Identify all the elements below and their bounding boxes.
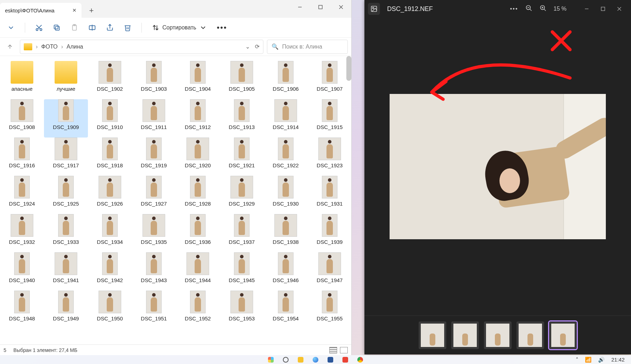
file-item[interactable]: DSC_1906 [264, 61, 308, 99]
file-item[interactable]: DSC_1903 [132, 61, 176, 99]
file-item[interactable]: DSC_1945 [220, 252, 264, 291]
file-item[interactable]: DSC_1908 [0, 99, 44, 138]
file-item[interactable]: DSC_1910 [88, 99, 132, 138]
cut-button[interactable] [35, 24, 43, 32]
maximize-button[interactable] [310, 0, 331, 14]
view-grid-button[interactable] [340, 347, 348, 353]
file-item[interactable]: DSC_1953 [220, 291, 264, 329]
file-item[interactable]: DSC_1924 [0, 176, 44, 214]
chevron-down-icon[interactable]: ⌄ [245, 43, 250, 50]
more-button[interactable]: ••• [217, 23, 227, 32]
file-item[interactable]: DSC_1902 [88, 61, 132, 99]
file-item[interactable]: DSC_1935 [132, 214, 176, 252]
file-item[interactable]: DSC_1936 [176, 214, 220, 252]
file-item[interactable]: DSC_1927 [132, 176, 176, 214]
view-list-button[interactable] [329, 347, 337, 353]
minimize-button[interactable] [290, 0, 310, 14]
share-button[interactable] [106, 24, 114, 32]
file-item[interactable]: DSC_1950 [88, 291, 132, 329]
paste-button[interactable] [71, 24, 78, 32]
file-item[interactable]: DSC_1934 [88, 214, 132, 252]
file-item[interactable]: DSC_1943 [132, 252, 176, 291]
refresh-icon[interactable]: ⟳ [255, 43, 259, 50]
file-item[interactable]: DSC_1932 [0, 214, 44, 252]
photos-close-button[interactable] [611, 3, 627, 15]
file-item[interactable]: DSC_1931 [308, 176, 351, 214]
filmstrip-thumb[interactable] [419, 321, 446, 349]
mail-taskbar-icon[interactable] [342, 357, 348, 363]
breadcrumb-segment[interactable]: Алина [67, 44, 83, 50]
file-item[interactable]: DSC_1914 [264, 99, 308, 138]
file-item[interactable]: DSC_1929 [220, 176, 264, 214]
close-button[interactable] [331, 0, 351, 14]
file-item[interactable]: DSC_1951 [132, 291, 176, 329]
tab-close-icon[interactable]: ✕ [72, 7, 77, 13]
file-item[interactable]: DSC_1912 [176, 99, 220, 138]
file-item[interactable]: DSC_1947 [308, 252, 351, 291]
file-item[interactable]: DSC_1952 [176, 291, 220, 329]
address-bar[interactable]: › ФОТО › Алина ⌄ ⟳ [20, 40, 263, 54]
file-item[interactable]: DSC_1915 [308, 99, 351, 138]
file-item[interactable]: DSC_1913 [220, 99, 264, 138]
more-icon[interactable]: ••• [510, 6, 518, 12]
file-item[interactable]: DSC_1905 [220, 61, 264, 99]
file-item[interactable]: DSC_1949 [44, 291, 88, 329]
photos-maximize-button[interactable] [595, 3, 611, 15]
zoom-out-icon[interactable] [525, 5, 532, 13]
file-item[interactable]: DSC_1919 [132, 138, 176, 176]
filmstrip-thumb[interactable] [549, 321, 577, 349]
photos-minimize-button[interactable] [579, 3, 595, 15]
new-dropdown[interactable] [7, 24, 15, 32]
tray-volume-icon[interactable]: 🔊 [598, 357, 605, 363]
file-item[interactable]: DSC_1933 [44, 214, 88, 252]
file-item[interactable]: DSC_1937 [220, 214, 264, 252]
rename-button[interactable] [88, 24, 96, 32]
new-tab-button[interactable]: + [84, 4, 99, 18]
filmstrip-thumb[interactable] [516, 321, 544, 349]
folder-item[interactable]: лучшие [44, 61, 88, 99]
file-item[interactable]: DSC_1909 [44, 99, 88, 138]
file-item[interactable]: DSC_1944 [176, 252, 220, 291]
breadcrumb-segment[interactable]: ФОТО [41, 44, 57, 50]
file-item[interactable]: DSC_1911 [132, 99, 176, 138]
sort-button[interactable]: Сортировать [152, 24, 207, 32]
file-item[interactable]: DSC_1942 [88, 252, 132, 291]
file-grid[interactable]: апасныелучшиеDSC_1902DSC_1903DSC_1904DSC… [0, 56, 351, 329]
file-item[interactable]: DSC_1916 [0, 138, 44, 176]
search-taskbar-icon[interactable] [283, 357, 289, 363]
scrollbar-thumb[interactable] [346, 56, 351, 81]
zoom-in-icon[interactable] [540, 5, 547, 13]
tray-wifi-icon[interactable]: 📶 [585, 357, 592, 363]
file-item[interactable]: DSC_1939 [308, 214, 351, 252]
file-item[interactable]: DSC_1918 [88, 138, 132, 176]
word-taskbar-icon[interactable] [328, 357, 333, 363]
file-item[interactable]: DSC_1926 [88, 176, 132, 214]
file-item[interactable]: DSC_1954 [264, 291, 308, 329]
taskbar-tray[interactable]: ˄ 📶 🔊 21:42 [576, 357, 625, 363]
file-item[interactable]: DSC_1955 [308, 291, 351, 329]
file-item[interactable]: DSC_1925 [44, 176, 88, 214]
file-item[interactable]: DSC_1917 [44, 138, 88, 176]
explorer-taskbar-icon[interactable] [298, 357, 303, 363]
delete-button[interactable] [124, 24, 132, 32]
start-icon[interactable] [268, 357, 274, 363]
file-item[interactable]: DSC_1921 [220, 138, 264, 176]
filmstrip-thumb[interactable] [484, 321, 512, 349]
file-item[interactable]: DSC_1941 [44, 252, 88, 291]
file-item[interactable]: DSC_1938 [264, 214, 308, 252]
file-item[interactable]: DSC_1922 [264, 138, 308, 176]
file-item[interactable]: DSC_1907 [308, 61, 351, 99]
folder-item[interactable]: апасные [0, 61, 44, 99]
up-button[interactable] [4, 40, 16, 53]
photos-canvas[interactable] [364, 18, 631, 315]
file-item[interactable]: DSC_1920 [176, 138, 220, 176]
explorer-tab[interactable]: esktop\ФОТО\Алина ✕ [0, 3, 82, 18]
file-item[interactable]: DSC_1923 [308, 138, 351, 176]
file-item[interactable]: DSC_1930 [264, 176, 308, 214]
file-item[interactable]: DSC_1904 [176, 61, 220, 99]
chrome-taskbar-icon[interactable] [357, 357, 363, 363]
file-item[interactable]: DSC_1940 [0, 252, 44, 291]
taskbar-clock[interactable]: 21:42 [611, 357, 625, 363]
tray-chevron-icon[interactable]: ˄ [576, 357, 579, 363]
browser-taskbar-icon[interactable] [313, 357, 318, 363]
